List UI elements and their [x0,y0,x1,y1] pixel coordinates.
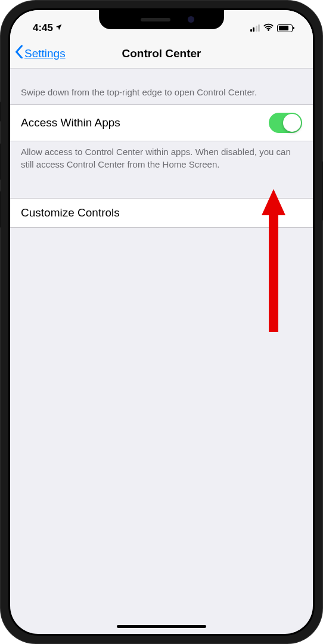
customize-controls-row[interactable]: Customize Controls [10,198,313,228]
volume-down-button [0,191,1,228]
section-intro-text: Swipe down from the top-right edge to op… [10,69,313,104]
status-time: 4:45 [33,22,53,34]
back-label: Settings [24,47,66,60]
phone-frame: 4:45 [0,0,323,644]
chevron-left-icon [15,45,23,61]
cellular-signal-icon [250,24,260,32]
mute-switch [0,101,1,122]
home-indicator[interactable] [117,625,206,628]
toggle-knob [283,114,301,132]
access-within-apps-row: Access Within Apps [10,104,313,141]
access-within-apps-toggle[interactable] [269,113,302,133]
notch [99,10,224,29]
location-icon [55,23,63,33]
wifi-icon [263,23,274,33]
battery-icon [277,24,293,32]
screen: 4:45 [10,10,313,634]
access-footer-text: Allow access to Control Center within ap… [10,141,313,177]
customize-controls-label: Customize Controls [21,206,120,219]
content: Swipe down from the top-right edge to op… [10,69,313,228]
access-within-apps-label: Access Within Apps [21,116,120,129]
volume-up-button [0,143,1,180]
nav-bar: Settings Control Center [10,39,313,69]
back-button[interactable]: Settings [15,45,66,61]
